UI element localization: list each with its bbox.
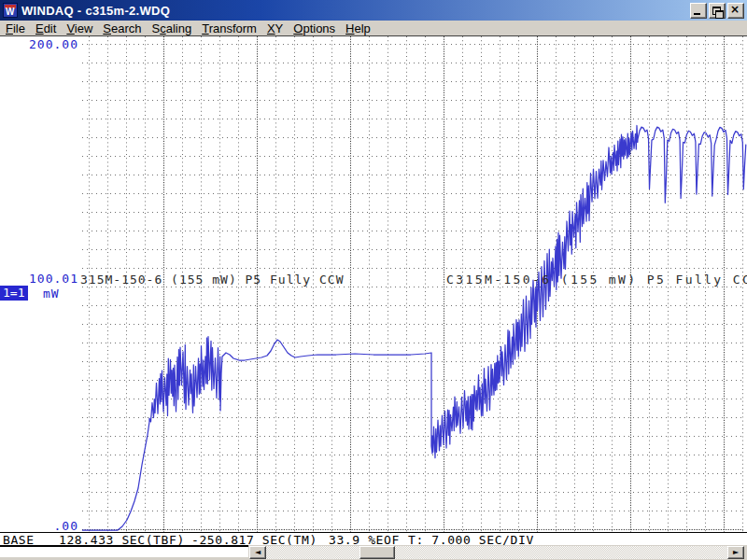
menu-item-help[interactable]: Help <box>345 21 371 35</box>
restore-button[interactable] <box>709 3 726 19</box>
window-controls: × <box>688 3 744 19</box>
annotation-left: 315M-150-6 (155 mW) P5 Fully CCW <box>80 273 344 287</box>
scrollbar-track[interactable] <box>266 546 727 559</box>
y-axis-units: mW <box>43 287 60 301</box>
close-icon: × <box>728 4 741 16</box>
menu-item-transform[interactable]: Transform <box>202 21 257 35</box>
menu-item-view[interactable]: View <box>66 21 92 35</box>
y-axis-label-bottom: .00 <box>54 519 78 532</box>
menu-item-options[interactable]: Options <box>293 21 335 35</box>
scrollbar-thumb[interactable] <box>359 546 395 559</box>
bottom-scrollbar-row: ◄ ► <box>0 545 747 560</box>
app-icon <box>3 3 18 18</box>
menu-item-file[interactable]: File <box>6 21 25 35</box>
app-window: WINDAQ - c315m-2.WDQ × FileEditViewSearc… <box>0 0 747 560</box>
channel-indicator[interactable]: 1=1 <box>0 286 28 301</box>
window-title: WINDAQ - c315m-2.WDQ <box>21 4 170 18</box>
chart-area[interactable]: 315M-150-6 (155 mW) P5 Fully CCW C315M-1… <box>0 36 747 532</box>
menu-item-xy[interactable]: XY <box>267 21 283 35</box>
restore-icon <box>712 7 721 15</box>
menu-bar: FileEditViewSearchScalingTransformXYOpti… <box>0 21 747 36</box>
scroll-left-button[interactable]: ◄ <box>249 546 266 559</box>
scroll-right-arrow-icon: ► <box>733 548 739 556</box>
status-bar: BASE 128.433 SEC(TBF) -250.817 SEC(TM) 3… <box>0 532 747 545</box>
minimize-button[interactable] <box>690 3 707 19</box>
menu-item-search[interactable]: Search <box>103 21 141 35</box>
scroll-left-arrow-icon: ◄ <box>255 548 261 556</box>
y-axis-label-mid: 100.01 <box>29 272 78 286</box>
close-button[interactable]: × <box>727 3 744 19</box>
menu-item-scaling[interactable]: Scaling <box>152 21 192 35</box>
title-bar[interactable]: WINDAQ - c315m-2.WDQ × <box>0 0 747 21</box>
menu-item-edit[interactable]: Edit <box>35 21 56 35</box>
scroll-right-button[interactable]: ► <box>727 546 744 559</box>
event-marker-panel <box>0 545 248 557</box>
y-axis-label-top: 200.00 <box>29 37 78 51</box>
minimize-icon <box>694 13 700 15</box>
annotation-right: C315M-150-6 (155 mW) P5 Fully CC <box>446 273 747 287</box>
